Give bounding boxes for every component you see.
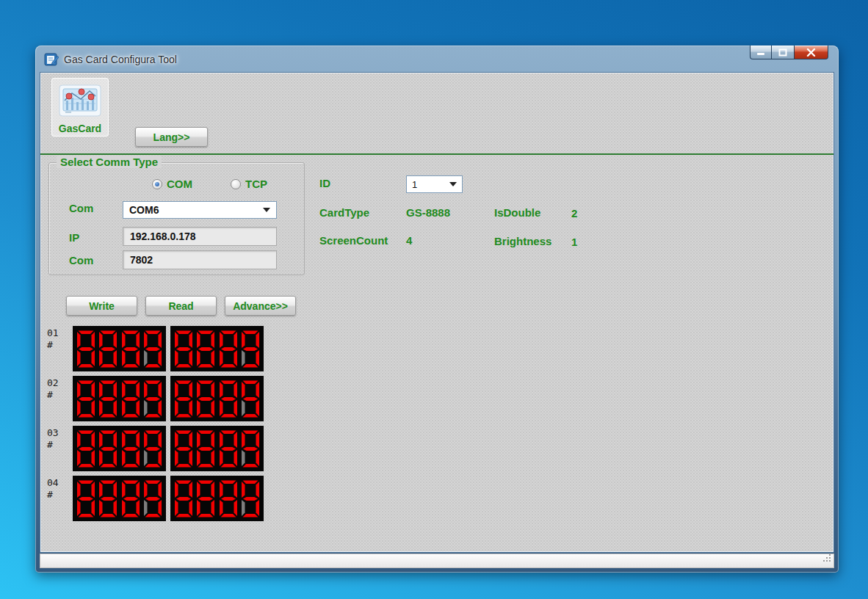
separator-line (40, 153, 833, 155)
segment-panel (170, 326, 264, 371)
seven-segment-digit (197, 480, 214, 518)
segment-panel (170, 476, 264, 521)
radio-tcp[interactable]: TCP (231, 178, 267, 190)
com-port-label: Com (69, 202, 93, 214)
seven-segment-digit (77, 430, 95, 468)
seven-segment-digit (99, 480, 117, 518)
seven-segment-digit (242, 480, 259, 518)
seven-segment-digit (242, 430, 259, 468)
seven-segment-digit (175, 430, 192, 468)
com-port-value: COM6 (129, 204, 263, 216)
segment-panel (73, 476, 166, 521)
display-row-label: 01 # (47, 326, 68, 371)
seven-segment-digit (197, 380, 214, 418)
seven-segment-digit (242, 330, 259, 368)
seven-segment-digit (220, 480, 237, 518)
seven-segment-digit (77, 330, 95, 368)
seven-segment-digit (220, 380, 237, 418)
comm-radio-row: COM TCP (152, 178, 267, 190)
seven-segment-digit (197, 430, 214, 468)
isdouble-value: 2 (571, 207, 577, 219)
seven-segment-digit (175, 330, 192, 368)
seven-segment-digit (144, 480, 162, 518)
com-port-select[interactable]: COM6 (123, 201, 277, 219)
segment-panel (170, 426, 264, 471)
seven-segment-digit (99, 330, 117, 368)
minimize-button[interactable] (750, 46, 772, 59)
display-row-label: 03 # (47, 426, 68, 471)
screencount-value: 4 (406, 234, 412, 247)
seven-segment-digit (144, 330, 162, 368)
id-select[interactable]: 1 (406, 175, 463, 193)
brightness-value: 1 (571, 236, 577, 248)
radio-tcp-icon (231, 179, 241, 189)
display-row: 03 # (47, 426, 264, 471)
seven-segment-digit (77, 480, 95, 518)
chevron-down-icon (263, 208, 270, 212)
id-label: ID (319, 177, 330, 189)
gascard-button-label: GasCard (59, 123, 101, 134)
seven-segment-digit (175, 480, 192, 518)
comm-type-group: Select Comm Type COM TCP Com COM6 IP Com (48, 162, 305, 275)
radio-tcp-label: TCP (245, 178, 267, 190)
seven-segment-digit (175, 380, 192, 418)
radio-com-icon (152, 179, 162, 189)
gascard-icon (59, 84, 101, 120)
close-icon (806, 48, 816, 57)
seven-segment-digit (77, 380, 95, 418)
ip-label: IP (69, 231, 79, 244)
ip-input[interactable] (123, 227, 277, 246)
seven-segment-digit (122, 480, 140, 518)
seven-segment-digit (144, 430, 162, 468)
client-area: GasCard Lang>> Select Comm Type COM TCP … (40, 72, 834, 553)
radio-com-label: COM (167, 178, 192, 190)
seven-segment-digit (122, 330, 140, 368)
seven-segment-digit (99, 380, 117, 418)
window-controls (750, 46, 828, 59)
maximize-button[interactable] (772, 46, 794, 59)
seven-segment-digit (242, 380, 259, 418)
lang-button[interactable]: Lang>> (135, 127, 208, 147)
statusbar (40, 553, 834, 568)
comm-group-title: Select Comm Type (57, 156, 162, 168)
display-row: 01 # (47, 326, 264, 371)
gascard-button[interactable]: GasCard (51, 78, 109, 137)
display-row: 02 # (47, 376, 264, 421)
chevron-down-icon (449, 182, 457, 186)
app-window: Gas Card Configura Tool (35, 46, 839, 573)
segment-panel (73, 426, 166, 471)
app-icon (44, 52, 59, 67)
radio-com[interactable]: COM (152, 178, 192, 190)
cardtype-label: CardType (319, 206, 369, 219)
write-button[interactable]: Write (66, 296, 137, 316)
seven-segment-digit (122, 380, 140, 418)
display-row-label: 04 # (47, 476, 68, 521)
display-grid: 01 #02 #03 #04 # (47, 326, 264, 521)
port-input[interactable] (123, 250, 277, 269)
seven-segment-digit (99, 430, 117, 468)
read-button[interactable]: Read (145, 296, 217, 316)
isdouble-label: IsDouble (494, 206, 540, 219)
segment-panel (73, 326, 166, 371)
display-row-label: 02 # (47, 376, 68, 421)
segment-panel (73, 376, 166, 421)
window-title: Gas Card Configura Tool (64, 54, 177, 65)
seven-segment-digit (220, 330, 237, 368)
maximize-icon (778, 48, 787, 57)
cardtype-value: GS-8888 (406, 206, 450, 219)
seven-segment-digit (122, 430, 140, 468)
resize-grip[interactable] (822, 553, 832, 566)
display-row: 04 # (47, 476, 264, 521)
seven-segment-digit (220, 430, 237, 468)
seven-segment-digit (197, 330, 214, 368)
segment-panel (170, 376, 264, 421)
seven-segment-digit (144, 380, 162, 418)
port-label: Com (69, 254, 93, 266)
id-value: 1 (412, 179, 449, 190)
titlebar[interactable]: Gas Card Configura Tool (40, 46, 834, 72)
minimize-icon (756, 48, 765, 56)
brightness-label: Brightness (494, 235, 551, 247)
advance-button[interactable]: Advance>> (225, 296, 296, 316)
screencount-label: ScreenCount (319, 234, 388, 247)
close-button[interactable] (794, 46, 828, 59)
